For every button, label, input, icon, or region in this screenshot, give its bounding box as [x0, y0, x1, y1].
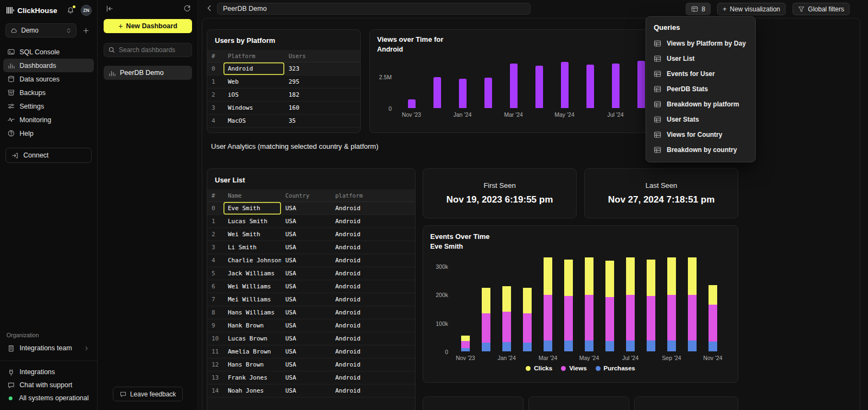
table-row[interactable]: 9Hank BrownUSAAndroid — [207, 319, 415, 332]
query-item-breakdown-by-country[interactable]: Breakdown by country — [646, 142, 755, 157]
bar-segment-purchases — [502, 342, 511, 351]
new-visualization-button[interactable]: + New visualization — [717, 3, 786, 15]
bar-segment-views — [544, 295, 552, 340]
sidebar-item-data-sources[interactable]: Data sources — [3, 72, 94, 86]
table-row[interactable]: 13Frank JonesUSAAndroid — [207, 371, 415, 384]
query-item-views-for-country[interactable]: Views for Country — [646, 127, 755, 142]
bar[interactable] — [586, 65, 594, 108]
events-chart-yaxis: 0100k200k300k — [430, 255, 451, 352]
table-cell: 295 — [284, 75, 360, 88]
bar[interactable] — [459, 79, 467, 108]
table-cell: Android — [331, 332, 415, 345]
stacked-bar[interactable] — [523, 255, 532, 351]
query-item-breakdown-by-platform[interactable]: Breakdown by platform — [646, 97, 755, 112]
stacked-bar[interactable] — [709, 255, 717, 351]
table-row[interactable]: 2Wei SmithUSAAndroid — [207, 228, 415, 241]
table-row[interactable]: 11Amelia BrownUSAAndroid — [207, 345, 415, 358]
dashboard-title-input[interactable] — [217, 3, 531, 15]
add-workspace-button[interactable] — [80, 24, 92, 36]
stacked-bar[interactable] — [605, 255, 614, 351]
table-row[interactable]: 14Noah JonesUSAAndroid — [207, 384, 415, 398]
table-row[interactable]: 4Charlie JohnsonUSAAndroid — [207, 254, 415, 267]
table-header-row: #PlatformUsers — [207, 50, 360, 62]
queries-count-button[interactable]: 8 — [686, 3, 711, 15]
notifications-bell-icon[interactable] — [67, 7, 74, 14]
stacked-bar[interactable] — [688, 255, 697, 351]
bar[interactable] — [637, 61, 645, 108]
user-list-card: User List #NameCountryplatform0Eve Smith… — [207, 168, 416, 410]
dashboard-list-item[interactable]: PeerDB Demo — [104, 66, 192, 80]
leave-feedback-button[interactable]: Leave feedback — [113, 387, 183, 401]
stacked-bar[interactable] — [461, 255, 470, 351]
table-row[interactable]: 6Wei WilliamsUSAAndroid — [207, 280, 415, 293]
stacked-bar[interactable] — [647, 255, 655, 351]
bar-slot: May '24 — [552, 52, 577, 108]
sidebar-item-settings[interactable]: Settings — [3, 99, 94, 113]
collapse-sidebar-icon[interactable] — [106, 5, 113, 12]
table-row[interactable]: 0Android323 — [207, 62, 360, 75]
bar[interactable] — [408, 99, 416, 108]
table-row[interactable]: 0Eve SmithUSAAndroid — [207, 202, 415, 215]
stacked-bar[interactable] — [564, 255, 573, 351]
new-dashboard-button[interactable]: + New Dashboard — [104, 19, 192, 33]
query-item-peerdb-stats[interactable]: PeerDB Stats — [646, 81, 755, 97]
table-cell: 0 — [207, 62, 224, 75]
last-seen-label: Last Seen — [646, 181, 678, 190]
bar[interactable] — [510, 64, 518, 108]
stacked-bar[interactable] — [585, 255, 593, 351]
bar[interactable] — [612, 64, 620, 108]
bar-segment-clicks — [688, 257, 697, 295]
bar-segment-purchases — [544, 340, 552, 351]
global-filters-button[interactable]: Global filters — [793, 3, 850, 15]
sidebar-item-help[interactable]: Help — [3, 127, 94, 140]
table-row[interactable]: 4MacOS35 — [207, 115, 360, 128]
workspace-selector[interactable]: Demo — [5, 23, 76, 37]
stacked-bar[interactable] — [544, 255, 552, 351]
sidebar-item-sql-console[interactable]: SQL Console — [3, 45, 94, 59]
table-cell: USA — [281, 384, 331, 397]
legend-dot — [526, 366, 531, 371]
bar[interactable] — [433, 77, 441, 108]
connect-button[interactable]: Connect — [5, 148, 92, 163]
refresh-icon[interactable] — [183, 5, 191, 12]
query-item-user-list[interactable]: User List — [646, 51, 755, 66]
back-arrow-icon[interactable] — [206, 4, 213, 12]
stacked-bar[interactable] — [667, 255, 676, 351]
table-cell: Li Smith — [224, 241, 281, 254]
bar-segment-clicks — [585, 257, 593, 295]
dashboard-item-label: PeerDB Demo — [120, 69, 164, 77]
avatar[interactable]: ZN — [81, 5, 92, 16]
table-row[interactable]: 12Hans BrownUSAAndroid — [207, 358, 415, 371]
sliders-icon — [8, 103, 15, 110]
table-row[interactable]: 3Windows160 — [207, 102, 360, 115]
table-row[interactable]: 5Jack WilliamsUSAAndroid — [207, 267, 415, 280]
table-row[interactable]: 7Mei WilliamsUSAAndroid — [207, 293, 415, 306]
table-row[interactable]: 10Lucas BrownUSAAndroid — [207, 332, 415, 345]
sidebar-item-dashboards[interactable]: Dashboards — [3, 59, 94, 72]
stacked-bar[interactable] — [502, 255, 511, 351]
stacked-bar[interactable] — [482, 255, 490, 351]
table-row[interactable]: 2iOS182 — [207, 89, 360, 102]
table-row[interactable]: 1Web295 — [207, 75, 360, 89]
x-tick-label: Jul '24 — [607, 111, 623, 118]
bar[interactable] — [561, 62, 569, 108]
bar[interactable] — [535, 66, 543, 108]
table-row[interactable]: 3Li SmithUSAAndroid — [207, 241, 415, 254]
stacked-bar[interactable] — [626, 255, 635, 351]
sidebar-item-backups[interactable]: Backups — [3, 86, 94, 99]
table-row[interactable]: 8Hans WilliamsUSAAndroid — [207, 306, 415, 319]
search-dashboards-input[interactable] — [119, 46, 187, 54]
table-row[interactable]: 1Lucas SmithUSAAndroid — [207, 215, 415, 228]
query-item-events-for-user[interactable]: Events for User — [646, 66, 755, 81]
sidebar-item-integrations[interactable]: Integrations — [3, 365, 94, 379]
sidebar-item-monitoring[interactable]: Monitoring — [3, 113, 94, 127]
bar-segment-clicks — [626, 257, 635, 295]
system-status-item[interactable]: All systems operational — [3, 392, 94, 405]
sidebar-item-chat-support[interactable]: Chat with support — [3, 379, 94, 392]
query-item-user-stats[interactable]: User Stats — [646, 112, 755, 127]
bar[interactable] — [484, 78, 492, 108]
organization-team-item[interactable]: Integrations team — [3, 341, 94, 355]
query-item-views-by-platform-by-day[interactable]: Views by Platform by Day — [646, 36, 755, 51]
column-header: # — [207, 190, 224, 201]
table-cell: 13 — [207, 371, 224, 384]
